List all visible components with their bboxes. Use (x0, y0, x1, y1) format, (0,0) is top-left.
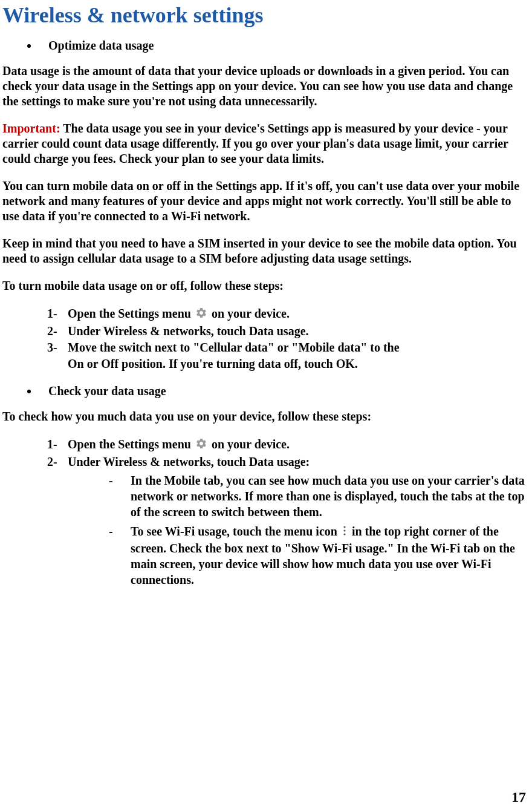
mobile-data-paragraph: You can turn mobile data on or off in th… (2, 179, 530, 224)
svg-point-1 (343, 530, 345, 532)
page-number: 17 (511, 789, 526, 805)
important-paragraph: Important: The data usage you see in you… (2, 121, 530, 166)
bullet-list-check: Check your data usage (2, 384, 530, 398)
sub-check-2: To see Wi-Fi usage, touch the menu icon … (109, 523, 530, 588)
steps-turn-list: Open the Settings menu on your device. U… (2, 306, 530, 372)
sub-check-1: In the Mobile tab, you can see how much … (109, 473, 530, 520)
step-turn-2: Under Wireless & networks, touch Data us… (47, 323, 530, 339)
step-check-1-text-a: Open the Settings menu (68, 437, 194, 451)
bullet-optimize: Optimize data usage (39, 39, 530, 53)
step-turn-3: Move the switch next to "Cellular data" … (47, 339, 530, 372)
step-turn-1: Open the Settings menu on your device. (47, 306, 530, 323)
sub-check-2-text-a: To see Wi-Fi usage, touch the menu icon (131, 525, 340, 538)
intro-paragraph: Data usage is the amount of data that yo… (2, 64, 530, 109)
bullet-check: Check your data usage (39, 384, 530, 398)
bullet-list-optimize: Optimize data usage (2, 39, 530, 53)
steps-check-list: Open the Settings menu on your device. U… (2, 436, 530, 588)
settings-icon (195, 307, 207, 323)
step-check-2: Under Wireless & networks, touch Data us… (47, 454, 530, 588)
step-check-1-text-b: on your device. (209, 437, 290, 451)
svg-point-0 (343, 526, 345, 528)
step-check-1: Open the Settings menu on your device. (47, 436, 530, 454)
step-turn-1-text-b: on your device. (209, 307, 290, 320)
sim-note-paragraph: Keep in mind that you need to have a SIM… (2, 236, 530, 266)
page-title: Wireless & network settings (2, 2, 530, 28)
step-turn-1-text-a: Open the Settings menu (68, 307, 194, 320)
important-label: Important: (2, 122, 60, 135)
step-check-2-text: Under Wireless & networks, touch Data us… (68, 455, 310, 468)
settings-icon (195, 437, 207, 454)
turn-steps-intro: To turn mobile data usage on or off, fol… (2, 278, 530, 293)
svg-point-2 (343, 534, 345, 536)
important-body: The data usage you see in your device's … (2, 122, 508, 165)
more-vert-icon (342, 525, 348, 540)
check-steps-intro: To check how you much data you use on yo… (2, 409, 530, 424)
sub-list-check: In the Mobile tab, you can see how much … (68, 473, 530, 588)
